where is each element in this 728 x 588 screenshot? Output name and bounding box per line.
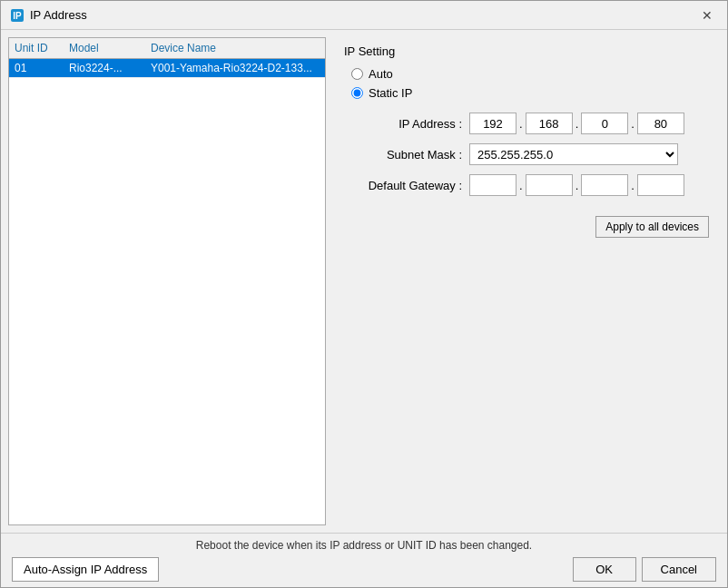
dialog-icon: IP: [10, 8, 25, 23]
radio-auto-input[interactable]: [351, 68, 363, 80]
col-header-model[interactable]: Model: [69, 42, 151, 54]
ip-dot-3: .: [628, 117, 637, 131]
action-buttons: OK Cancel: [573, 557, 716, 582]
gw-dot-3: .: [628, 179, 637, 192]
close-button[interactable]: ✕: [696, 5, 718, 26]
apply-to-all-button[interactable]: Apply to all devices: [595, 216, 709, 238]
radio-auto[interactable]: Auto: [351, 67, 709, 81]
auto-assign-button[interactable]: Auto-Assign IP Address: [12, 557, 159, 582]
subnet-mask-group: Subnet Mask : 255.255.255.0 255.255.0.0 …: [351, 143, 709, 165]
ip-address-dialog: IP IP Address ✕ Unit ID Model Device Nam…: [0, 0, 728, 588]
radio-static-input[interactable]: [351, 87, 363, 99]
col-header-device-name[interactable]: Device Name: [151, 42, 320, 54]
ip-address-label: IP Address :: [351, 117, 469, 131]
radio-static[interactable]: Static IP: [351, 86, 709, 100]
table-header: Unit ID Model Device Name: [9, 38, 325, 59]
ip-dot-2: .: [573, 117, 582, 131]
device-table: Unit ID Model Device Name 01 Rio3224-...…: [8, 37, 326, 525]
dialog-title: IP Address: [30, 8, 87, 22]
ip-settings-panel: IP Setting Auto Static IP IP Address : .: [333, 37, 720, 525]
default-gateway-label: Default Gateway :: [351, 179, 469, 192]
ip-octet-4[interactable]: [637, 113, 684, 134]
radio-static-label: Static IP: [369, 86, 412, 100]
gw-dot-2: .: [573, 179, 582, 192]
ip-mode-radio-group: Auto Static IP: [351, 67, 709, 100]
gw-octet-1[interactable]: [469, 174, 516, 196]
radio-auto-label: Auto: [369, 67, 393, 81]
ip-setting-title: IP Setting: [344, 44, 709, 58]
default-gateway-group: Default Gateway : . . .: [351, 174, 709, 196]
cell-unit-id: 01: [15, 62, 69, 74]
cell-model: Rio3224-...: [69, 62, 151, 74]
ok-button[interactable]: OK: [573, 557, 636, 582]
apply-button-row: Apply to all devices: [344, 209, 709, 238]
table-body: 01 Rio3224-... Y001-Yamaha-Rio3224-D2-13…: [9, 59, 325, 524]
gateway-fields: . . .: [469, 174, 684, 196]
ip-dot-1: .: [516, 117, 526, 131]
gw-octet-2[interactable]: [526, 174, 573, 196]
ip-address-fields: . . .: [469, 113, 684, 134]
gw-octet-3[interactable]: [581, 174, 628, 196]
svg-text:IP: IP: [13, 11, 22, 21]
cell-device-name: Y001-Yamaha-Rio3224-D2-133...: [151, 62, 320, 74]
ip-octet-2[interactable]: [526, 113, 573, 134]
bottom-bar: Reboot the device when its IP address or…: [1, 533, 727, 587]
dialog-body: Unit ID Model Device Name 01 Rio3224-...…: [1, 30, 727, 533]
ip-octet-1[interactable]: [469, 113, 516, 134]
table-row[interactable]: 01 Rio3224-... Y001-Yamaha-Rio3224-D2-13…: [9, 59, 325, 78]
subnet-mask-label: Subnet Mask :: [351, 148, 469, 162]
title-bar: IP IP Address ✕: [1, 1, 727, 30]
subnet-mask-select[interactable]: 255.255.255.0 255.255.0.0 255.0.0.0: [469, 143, 678, 165]
col-header-unit-id[interactable]: Unit ID: [15, 42, 69, 54]
bottom-buttons: Auto-Assign IP Address OK Cancel: [12, 557, 716, 582]
gw-dot-1: .: [516, 179, 526, 192]
title-bar-left: IP IP Address: [10, 8, 87, 23]
ip-octet-3[interactable]: [581, 113, 628, 134]
cancel-button[interactable]: Cancel: [642, 557, 716, 582]
reboot-message: Reboot the device when its IP address or…: [12, 539, 716, 552]
ip-address-group: IP Address : . . .: [351, 113, 709, 134]
gw-octet-4[interactable]: [637, 174, 684, 196]
